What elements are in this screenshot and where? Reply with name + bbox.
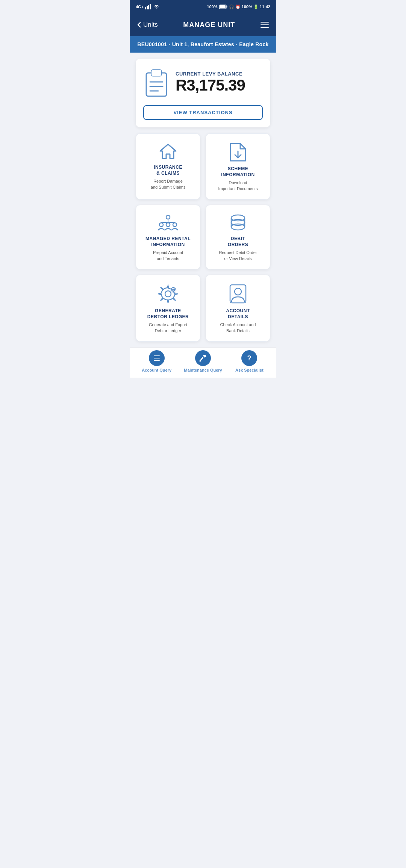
- feature-grid: INSURANCE& CLAIMS Report Damageand Submi…: [130, 127, 276, 348]
- wrench-icon: [195, 350, 211, 366]
- header-title: MANAGE UNIT: [183, 21, 235, 29]
- grid-item-scheme[interactable]: SCHEMEINFORMATION DownloadImportant Docu…: [206, 133, 270, 200]
- account-details-desc: Check Account andBank Details: [220, 322, 256, 334]
- svg-rect-2: [148, 5, 149, 9]
- svg-rect-32: [230, 285, 246, 303]
- svg-rect-9: [151, 70, 161, 76]
- unit-banner: BEU001001 - Unit 1, Beaufort Estates - E…: [130, 36, 276, 53]
- person-card-icon: [229, 284, 247, 304]
- debit-desc: Request Debit Orderor View Details: [219, 250, 257, 262]
- menu-button[interactable]: [261, 22, 269, 28]
- svg-point-17: [166, 223, 170, 227]
- grid-item-rental[interactable]: MANAGED RENTALINFORMATION Prepaid Accoun…: [136, 205, 200, 269]
- scheme-title: SCHEMEINFORMATION: [221, 166, 255, 178]
- account-details-title: ACCOUNTDETAILS: [226, 308, 250, 320]
- coins-icon: [229, 214, 247, 231]
- svg-rect-5: [220, 5, 226, 8]
- svg-text:?: ?: [247, 354, 251, 362]
- hamburger-line-3: [261, 27, 269, 28]
- house-icon: [159, 143, 177, 160]
- document-download-icon: [230, 143, 246, 162]
- svg-rect-1: [147, 6, 148, 9]
- debit-title: DEBITORDERS: [228, 236, 248, 248]
- rental-desc: Prepaid Accountand Tenants: [153, 250, 183, 262]
- ledger-desc: Generate and ExportDebtor Ledger: [149, 322, 187, 334]
- ledger-title: GENERATEDEBTOR LEDGER: [147, 308, 189, 320]
- battery-icon: [219, 5, 227, 9]
- status-bar: 4G+ 100% 🎧 ⏰ 100% 🔋 11:42: [130, 0, 276, 14]
- list-icon: [149, 350, 165, 366]
- levy-info: CURRENT LEVY BALANCE R3,175.39: [176, 71, 245, 94]
- svg-point-33: [235, 288, 241, 295]
- svg-point-27: [231, 224, 245, 230]
- svg-point-30: [165, 291, 171, 297]
- svg-point-16: [159, 223, 163, 227]
- back-arrow-icon: [137, 22, 141, 28]
- insurance-title: INSURANCE& CLAIMS: [154, 165, 182, 176]
- view-transactions-button[interactable]: VIEW TRANSACTIONS: [143, 105, 263, 120]
- levy-top: CURRENT LEVY BALANCE R3,175.39: [143, 68, 263, 98]
- levy-label: CURRENT LEVY BALANCE: [176, 71, 245, 77]
- grid-item-account-details[interactable]: ACCOUNTDETAILS Check Account andBank Det…: [206, 275, 270, 342]
- svg-point-15: [166, 215, 170, 219]
- maintenance-query-label: Maintenance Query: [184, 368, 222, 372]
- levy-card: CURRENT LEVY BALANCE R3,175.39 VIEW TRAN…: [136, 59, 270, 127]
- clipboard-icon: [143, 68, 170, 98]
- svg-marker-13: [160, 144, 176, 159]
- battery-text: 100%: [207, 5, 217, 9]
- people-icon: [158, 214, 179, 231]
- wifi-icon: [153, 5, 159, 9]
- header: Units MANAGE UNIT: [130, 14, 276, 36]
- svg-point-38: [199, 360, 201, 361]
- grid-item-ledger[interactable]: GENERATEDEBTOR LEDGER Generate and Expor…: [136, 275, 200, 342]
- back-button[interactable]: Units: [137, 21, 158, 29]
- nav-maintenance-query[interactable]: Maintenance Query: [180, 350, 226, 372]
- time-display: 🎧 ⏰ 100% 🔋 11:42: [229, 5, 271, 9]
- svg-point-18: [173, 223, 177, 227]
- ask-specialist-label: Ask Specialist: [235, 368, 264, 372]
- grid-item-insurance[interactable]: INSURANCE& CLAIMS Report Damageand Submi…: [136, 133, 200, 200]
- scheme-desc: DownloadImportant Documents: [218, 180, 258, 192]
- status-left: 4G+: [136, 4, 159, 9]
- hamburger-line-1: [261, 22, 269, 23]
- rental-title: MANAGED RENTALINFORMATION: [145, 236, 191, 248]
- question-icon: ?: [241, 350, 257, 366]
- levy-amount: R3,175.39: [176, 77, 245, 94]
- nav-ask-specialist[interactable]: ? Ask Specialist: [226, 350, 273, 372]
- svg-rect-3: [150, 4, 151, 9]
- grid-item-debit[interactable]: DEBITORDERS Request Debit Orderor View D…: [206, 205, 270, 269]
- hamburger-line-2: [261, 24, 269, 25]
- nav-account-query[interactable]: Account Query: [133, 350, 180, 372]
- back-label: Units: [143, 21, 158, 29]
- settings-icon: [158, 284, 178, 304]
- account-query-label: Account Query: [142, 368, 171, 372]
- status-right: 100% 🎧 ⏰ 100% 🔋 11:42: [207, 5, 270, 9]
- svg-rect-6: [226, 6, 227, 8]
- svg-rect-0: [145, 7, 146, 9]
- insurance-desc: Report Damageand Submit Claims: [151, 178, 185, 190]
- signal-icon: [145, 4, 152, 9]
- bottom-nav: Account Query Maintenance Query ? Ask Sp…: [130, 348, 276, 378]
- signal-text: 4G+: [136, 5, 144, 9]
